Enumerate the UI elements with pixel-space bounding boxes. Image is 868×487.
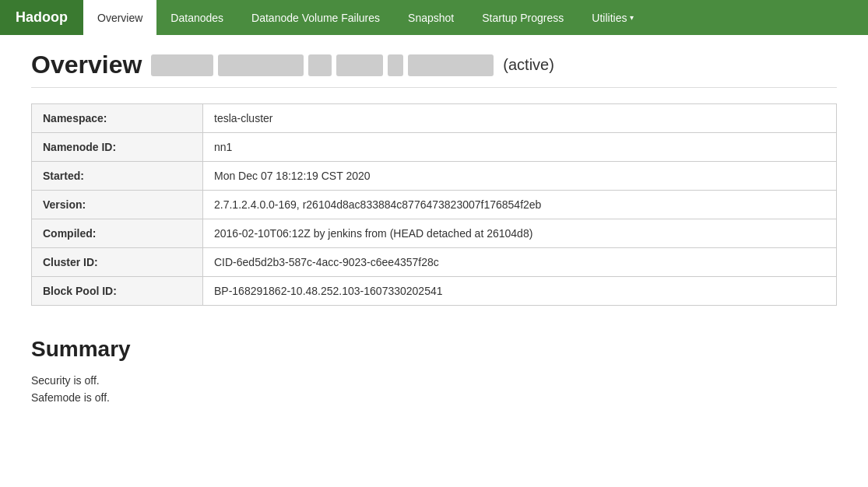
- table-row: Version:2.7.1.2.4.0.0-169, r26104d8ac833…: [32, 191, 837, 219]
- main-content: Overview (active) Namespace:tesla-cluste…: [0, 35, 868, 424]
- host-redacted-4: [336, 54, 383, 76]
- row-value: Mon Dec 07 18:12:19 CST 2020: [203, 162, 837, 191]
- utilities-label: Utilities: [592, 12, 627, 24]
- nav-brand[interactable]: Hadoop: [0, 0, 83, 35]
- row-value: nn1: [203, 133, 837, 162]
- table-row: Started:Mon Dec 07 18:12:19 CST 2020: [32, 162, 837, 191]
- nav-item-startup-progress[interactable]: Startup Progress: [468, 0, 578, 35]
- row-value: BP-168291862-10.48.252.103-1607330202541: [203, 277, 837, 306]
- table-row: Cluster ID:CID-6ed5d2b3-587c-4acc-9023-c…: [32, 248, 837, 277]
- summary-title: Summary: [31, 337, 837, 362]
- nav-item-datanode-volume-failures[interactable]: Datanode Volume Failures: [237, 0, 394, 35]
- row-label: Block Pool ID:: [32, 277, 203, 306]
- row-value: CID-6ed5d2b3-587c-4acc-9023-c6ee4357f28c: [203, 248, 837, 277]
- page-title: Overview (active): [31, 51, 837, 79]
- table-row: Namenode ID:nn1: [32, 133, 837, 162]
- dropdown-arrow-icon: ▾: [630, 13, 634, 22]
- active-badge: (active): [503, 56, 554, 74]
- nav-item-datanodes[interactable]: Datanodes: [156, 0, 237, 35]
- nav-item-utilities[interactable]: Utilities ▾: [578, 0, 648, 35]
- row-value: tesla-cluster: [203, 104, 837, 133]
- host-redacted-3: [308, 54, 332, 76]
- table-row: Block Pool ID:BP-168291862-10.48.252.103…: [32, 277, 837, 306]
- overview-table: Namespace:tesla-clusterNamenode ID:nn1St…: [31, 103, 837, 306]
- navbar: Hadoop Overview Datanodes Datanode Volum…: [0, 0, 868, 35]
- row-label: Cluster ID:: [32, 248, 203, 277]
- row-label: Namenode ID:: [32, 133, 203, 162]
- host-redacted-1: [151, 54, 213, 76]
- page-title-text: Overview: [31, 51, 142, 79]
- row-value: 2016-02-10T06:12Z by jenkins from (HEAD …: [203, 219, 837, 248]
- row-label: Started:: [32, 162, 203, 191]
- table-row: Namespace:tesla-cluster: [32, 104, 837, 133]
- summary-safemode: Safemode is off.: [31, 391, 837, 404]
- row-label: Compiled:: [32, 219, 203, 248]
- row-value: 2.7.1.2.4.0.0-169, r26104d8ac833884c8776…: [203, 191, 837, 219]
- nav-item-overview[interactable]: Overview: [83, 0, 156, 35]
- row-label: Version:: [32, 191, 203, 219]
- nav-item-snapshot[interactable]: Snapshot: [394, 0, 468, 35]
- table-row: Compiled:2016-02-10T06:12Z by jenkins fr…: [32, 219, 837, 248]
- title-divider: [31, 87, 837, 88]
- summary-security: Security is off.: [31, 374, 837, 387]
- host-redacted-6: [408, 54, 494, 76]
- row-label: Namespace:: [32, 104, 203, 133]
- host-redacted-5: [388, 54, 403, 76]
- host-redacted-2: [218, 54, 304, 76]
